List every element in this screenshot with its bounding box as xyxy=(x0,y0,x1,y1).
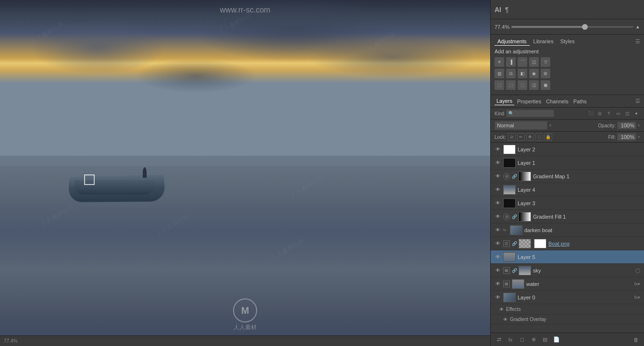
kind-text-icon[interactable]: T xyxy=(605,110,613,117)
adj-levels-icon[interactable]: ▐ xyxy=(506,57,516,67)
adj-exposure-icon[interactable]: ◫ xyxy=(529,57,539,67)
lock-artboard-icon[interactable]: □ xyxy=(535,133,543,141)
sky-indicator: ◯ xyxy=(635,268,640,273)
layer0-fx-icon: fx▾ xyxy=(634,295,640,300)
adj-channel-mixer-icon[interactable]: ⊞ xyxy=(541,69,550,78)
adj-threshold-icon[interactable]: ⬚ xyxy=(518,80,527,90)
effects-eye[interactable]: 👁 xyxy=(498,307,504,312)
adj-color-balance-icon[interactable]: ⚖ xyxy=(506,69,516,78)
tab-libraries[interactable]: Libraries xyxy=(531,37,557,46)
lock-all-icon[interactable]: 🔒 xyxy=(545,133,552,141)
layers-menu-icon[interactable]: ☰ xyxy=(635,98,640,104)
layer-eye-layer4[interactable]: 👁 xyxy=(495,186,501,193)
opacity-value[interactable]: 100% xyxy=(617,122,636,129)
zoom-bar[interactable]: 77.4% ▲ xyxy=(491,19,644,35)
kind-adjust-icon[interactable]: ◎ xyxy=(596,110,604,117)
layers-tab-properties[interactable]: Properties xyxy=(515,98,543,105)
blend-mode-select[interactable]: Normal Multiply Screen xyxy=(495,121,547,130)
layer-eye-darken-boat[interactable]: 👁 xyxy=(495,227,501,234)
adj-curves-icon[interactable]: ⌒ xyxy=(518,57,527,67)
new-group-icon[interactable]: ▤ xyxy=(541,335,549,344)
layer-item-darken-boat[interactable]: 👁 fx darken boat xyxy=(491,223,644,237)
canvas-area: www.rr-sc.com 人人素材社区 人人素材社区 人人素材社区 人人素材社… xyxy=(0,0,490,346)
tab-styles[interactable]: Styles xyxy=(557,37,578,46)
adj-brightness-icon[interactable]: ☀ xyxy=(495,57,504,67)
layer-thumb-gm1 xyxy=(519,172,531,181)
layer-item-gradient-map-1[interactable]: 👁 ◎ 🔗 Gradient Map 1 xyxy=(491,170,644,183)
layer-name-water: water xyxy=(526,281,632,287)
layer-eye-boat-png[interactable]: 👁 xyxy=(495,240,501,247)
new-layer-icon[interactable]: 📄 xyxy=(552,335,561,344)
layer-item-layer0[interactable]: 👁 Layer 0 fx▾ xyxy=(491,291,644,304)
kind-pixel-icon[interactable]: ⬛ xyxy=(587,110,594,117)
delete-layer-icon[interactable]: 🗑 xyxy=(632,335,640,344)
adj-gradient-map-icon[interactable]: ◫ xyxy=(529,80,539,90)
lock-label: Lock: xyxy=(495,135,506,140)
adj-selective-color-icon[interactable]: ▣ xyxy=(541,80,550,90)
layer-fx-darken: fx xyxy=(503,228,508,232)
lock-position-icon[interactable]: ✥ xyxy=(526,133,534,141)
layer-eye-layer2[interactable]: 👁 xyxy=(495,146,501,153)
opacity-label: Opacity: xyxy=(598,123,616,128)
adj-photo-filter-icon[interactable]: ◉ xyxy=(529,69,539,78)
panel-top: AI ¶ xyxy=(491,0,644,19)
layer-eye-layer3[interactable]: 👁 xyxy=(495,200,501,207)
boat-element xyxy=(62,154,168,211)
layer-name-gf1: Gradient Fill 1 xyxy=(533,214,640,220)
adj-black-white-icon[interactable]: ◧ xyxy=(518,69,527,78)
add-link-icon[interactable]: ⇄ xyxy=(495,335,503,344)
layer-eye-gradient-map-1[interactable]: 👁 xyxy=(495,173,501,180)
layer-eye-layer5[interactable]: 👁 xyxy=(495,254,501,260)
effects-item-gradient-overlay[interactable]: 👁 Gradient Overlay xyxy=(491,315,644,324)
layer-search-box[interactable]: 🔍 xyxy=(506,110,554,117)
layer-item-boat-png[interactable]: 👁 ◫ 🔗 Boat.png xyxy=(491,237,644,250)
adj-icons-row-3: ⬚ ⬚ ⬚ ◫ ▣ xyxy=(495,80,640,90)
layers-tab-channels[interactable]: Channels xyxy=(544,98,570,105)
lock-brush-icon[interactable]: ✏ xyxy=(517,133,525,141)
adj-vibrance-icon[interactable]: ▽ xyxy=(541,57,550,67)
kind-smart-icon[interactable]: ◫ xyxy=(623,110,631,117)
ai-label: AI xyxy=(495,6,501,13)
layer-eye-gf1[interactable]: 👁 xyxy=(495,213,501,220)
layer-item-layer5[interactable]: 👁 Layer 5 xyxy=(491,250,644,264)
layer-eye-sky[interactable]: 👁 xyxy=(495,267,501,274)
layer-name-layer5: Layer 5 xyxy=(518,254,640,260)
layer-thumb-layer1 xyxy=(503,158,516,168)
gradient-overlay-eye[interactable]: 👁 xyxy=(502,317,508,322)
layer-eye-layer0[interactable]: 👁 xyxy=(495,294,501,301)
lock-icons: ⊘ ✏ ✥ □ 🔒 xyxy=(508,133,552,141)
tab-adjustments[interactable]: Adjustments xyxy=(495,37,530,46)
fill-value[interactable]: 100% xyxy=(617,133,636,141)
layer-item-layer4[interactable]: 👁 Layer 4 xyxy=(491,183,644,197)
layers-tab-paths[interactable]: Paths xyxy=(571,98,589,105)
layers-tab-layers[interactable]: Layers xyxy=(495,97,514,105)
layer-item-layer1[interactable]: 👁 Layer 1 xyxy=(491,156,644,170)
adj-invert-icon[interactable]: ⬚ xyxy=(495,80,504,90)
adj-hsl-icon[interactable]: ▥ xyxy=(495,69,504,78)
layer-item-water[interactable]: 👁 ▤ water fx▾ xyxy=(491,277,644,291)
zoom-slider-thumb[interactable] xyxy=(582,24,588,30)
panel-menu-icon[interactable]: ☰ xyxy=(635,38,640,45)
layer-chain-gm1: 🔗 xyxy=(512,174,517,179)
fx-icon[interactable]: fx xyxy=(506,335,515,344)
layer-item-gradient-fill-1[interactable]: 👁 ◎ 🔗 Gradient Fill 1 xyxy=(491,210,644,223)
zoom-value: 77.4% xyxy=(495,24,509,30)
layer-mask-boat-png xyxy=(534,239,546,248)
layer-search-input[interactable] xyxy=(515,111,548,116)
layer-item-layer2[interactable]: 👁 Layer 2 xyxy=(491,143,644,156)
layer-item-layer3[interactable]: 👁 Layer 3 xyxy=(491,197,644,210)
add-mask-icon[interactable]: ◻ xyxy=(518,335,526,344)
adj-posterize-icon[interactable]: ⬚ xyxy=(506,80,516,90)
fill-arrow: ▾ xyxy=(638,135,640,139)
lock-transparency-icon[interactable]: ⊘ xyxy=(508,133,516,141)
layer-eye-layer1[interactable]: 👁 xyxy=(495,160,501,166)
kind-shape-icon[interactable]: ▭ xyxy=(614,110,622,117)
zoom-arrow-up[interactable]: ▲ xyxy=(635,24,640,29)
zoom-slider-track[interactable] xyxy=(511,26,633,28)
kind-dot-icon[interactable]: ● xyxy=(632,110,640,117)
layer-item-sky[interactable]: 👁 ▤ 🔗 sky ◯ xyxy=(491,264,644,277)
sky-group-icon: ▤ xyxy=(503,267,510,274)
layer-name-gm1: Gradient Map 1 xyxy=(533,173,640,179)
layer-eye-water[interactable]: 👁 xyxy=(495,281,501,287)
add-adjustment-layer-icon[interactable]: ⊕ xyxy=(529,335,538,344)
